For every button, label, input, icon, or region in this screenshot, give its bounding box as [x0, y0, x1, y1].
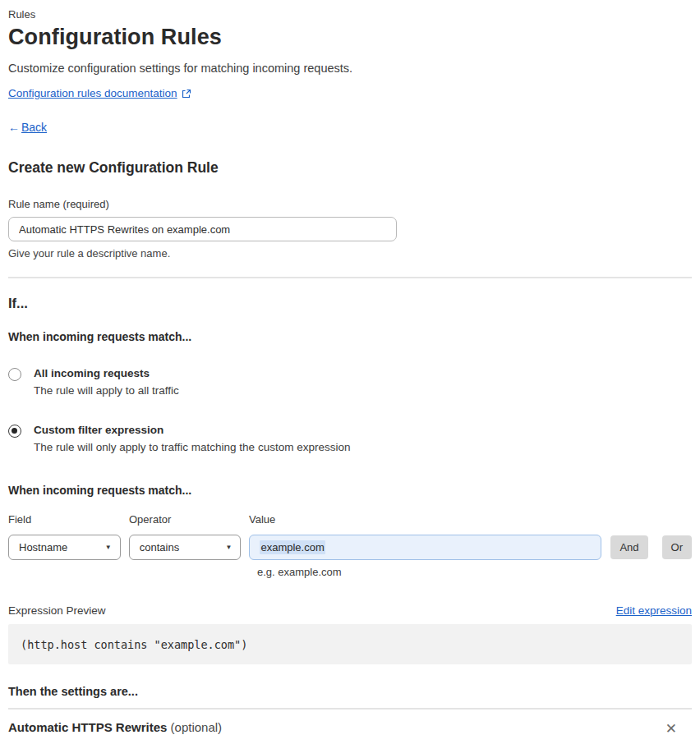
expression-preview-label: Expression Preview [8, 604, 106, 617]
value-label: Value [249, 513, 275, 526]
documentation-link[interactable]: Configuration rules documentation [8, 87, 177, 99]
operator-select-value: contains [140, 541, 179, 553]
rule-name-input[interactable] [8, 217, 397, 241]
or-button[interactable]: Or [662, 535, 692, 559]
chevron-down-icon: ▼ [105, 544, 112, 551]
if-heading: If... [8, 296, 692, 311]
setting-divider [8, 708, 692, 710]
setting-optional-suffix: (optional) [167, 720, 222, 734]
radio-custom-filter-expression[interactable]: Custom filter expression The rule will o… [8, 424, 692, 453]
close-icon[interactable]: ✕ [662, 720, 680, 737]
configuration-rules-page: Rules Configuration Rules Customize conf… [0, 0, 700, 744]
value-input-text: example.com [260, 540, 325, 554]
page-title: Configuration Rules [8, 25, 692, 50]
when-match-heading: When incoming requests match... [8, 330, 692, 343]
field-select[interactable]: Hostname ▼ [8, 535, 121, 560]
expression-builder-labels: Field Operator Value [8, 513, 692, 526]
then-settings-heading: Then the settings are... [8, 685, 692, 698]
create-rule-section-title: Create new Configuration Rule [8, 159, 692, 177]
radio-label: Custom filter expression [34, 424, 350, 436]
documentation-link-row: Configuration rules documentation [8, 87, 692, 99]
radio-button-icon[interactable] [8, 368, 21, 381]
radio-button-icon[interactable] [8, 425, 21, 438]
expression-preview-box: (http.host contains "example.com") [8, 624, 692, 664]
value-helper-text: e.g. example.com [257, 566, 692, 578]
operator-select[interactable]: contains ▼ [129, 535, 242, 560]
radio-description: The rule will only apply to traffic matc… [34, 441, 350, 453]
value-input[interactable]: example.com [249, 535, 601, 560]
and-button[interactable]: And [610, 535, 647, 559]
expression-code: (http.host contains "example.com") [21, 638, 247, 651]
back-link[interactable]: Back [21, 121, 47, 134]
page-description: Customize configuration settings for mat… [8, 62, 692, 75]
radio-description: The rule will apply to all traffic [34, 384, 179, 397]
back-arrow-icon: ← [8, 121, 20, 134]
breadcrumb: Rules [8, 8, 692, 21]
radio-texts: All incoming requests The rule will appl… [34, 367, 179, 397]
field-label: Field [8, 513, 129, 526]
when-match-heading-2: When incoming requests match... [8, 484, 692, 497]
field-select-value: Hostname [19, 541, 67, 553]
chevron-down-icon: ▼ [226, 544, 233, 551]
rule-name-helper: Give your rule a descriptive name. [8, 247, 692, 259]
rule-name-label: Rule name (required) [8, 198, 692, 210]
setting-title-wrap: Automatic HTTPS Rewrites (optional) [8, 720, 222, 734]
external-link-icon [182, 89, 191, 99]
setting-header: Automatic HTTPS Rewrites (optional) ✕ [8, 720, 692, 737]
radio-texts: Custom filter expression The rule will o… [34, 424, 350, 453]
expression-preview-row: Expression Preview Edit expression [8, 604, 692, 617]
setting-title: Automatic HTTPS Rewrites [8, 720, 167, 734]
expression-builder-row: Hostname ▼ contains ▼ example.com And Or [8, 535, 692, 560]
radio-label: All incoming requests [34, 367, 179, 379]
radio-all-incoming-requests[interactable]: All incoming requests The rule will appl… [8, 367, 692, 397]
operator-label: Operator [129, 513, 249, 526]
back-row: ← Back [8, 121, 692, 134]
edit-expression-link[interactable]: Edit expression [616, 604, 692, 617]
section-divider [8, 277, 692, 278]
